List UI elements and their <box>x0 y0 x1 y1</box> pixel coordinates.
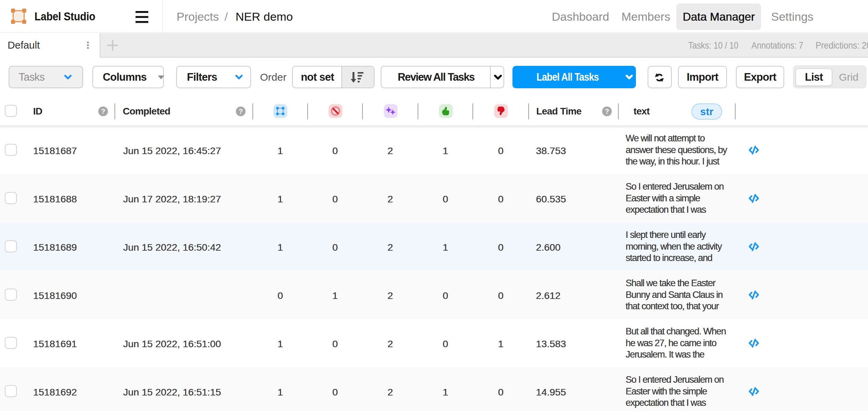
svg-text:?: ? <box>239 108 243 115</box>
svg-text:?: ? <box>605 108 609 115</box>
svg-text:?: ? <box>101 108 105 115</box>
